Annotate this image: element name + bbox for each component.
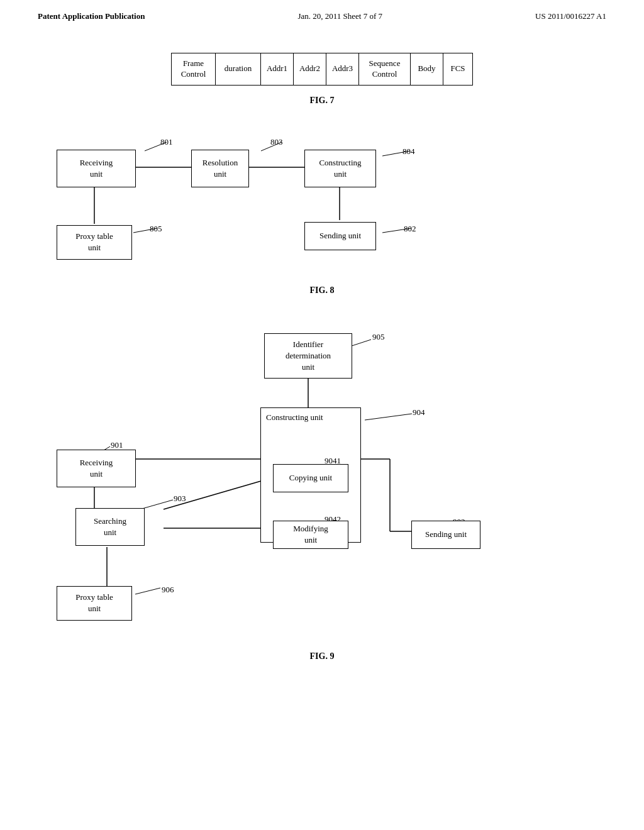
ref-904: 904 (413, 407, 425, 418)
ref-801: 801 (160, 137, 173, 147)
fig8-label: FIG. 8 (38, 285, 606, 296)
ref-802: 802 (404, 224, 416, 234)
fig9-diagram: 905 Identifierdeterminationunit 904 Cons… (38, 314, 606, 648)
header-center: Jan. 20, 2011 Sheet 7 of 7 (297, 11, 382, 21)
modifying-unit: Modifyingunit (273, 521, 348, 549)
fcs-cell: FCS (443, 53, 472, 85)
frame-table: FrameControl duration Addr1 Addr2 Addr3 … (171, 53, 473, 86)
addr1-cell: Addr1 (261, 53, 294, 85)
addr3-cell: Addr3 (326, 53, 359, 85)
ref-905: 905 (372, 332, 385, 342)
receiving-unit-8: Receivingunit (57, 150, 136, 187)
fig7-label: FIG. 7 (310, 96, 335, 106)
ref-901: 901 (111, 440, 123, 450)
ref-805: 805 (150, 224, 162, 234)
receiving-unit-9: Receivingunit (57, 450, 136, 487)
sequence-control-cell: SequenceControl (359, 53, 411, 85)
header-left: Patent Application Publication (38, 11, 145, 21)
main-content: FrameControl duration Addr1 Addr2 Addr3 … (0, 28, 644, 687)
constructing-unit-9-label: Constructing unit (266, 412, 323, 423)
identifier-determination-unit: Identifierdeterminationunit (264, 333, 352, 379)
copying-unit: Copying unit (273, 464, 348, 492)
frame-control-cell: FrameControl (172, 53, 216, 85)
svg-line-29 (135, 588, 160, 594)
constructing-unit-8: Constructingunit (304, 150, 376, 187)
ref-906: 906 (162, 585, 174, 595)
proxy-table-unit-8: Proxy tableunit (57, 225, 132, 260)
fig9-label: FIG. 9 (38, 651, 606, 661)
sending-unit-9: Sending unit (411, 521, 480, 549)
sending-unit-8: Sending unit (304, 222, 376, 250)
searching-unit: Searchingunit (75, 508, 145, 546)
ref-804: 804 (402, 147, 415, 157)
body-cell: Body (411, 53, 443, 85)
header-right: US 2011/0016227 A1 (535, 11, 606, 21)
duration-cell: duration (216, 53, 261, 85)
addr2-cell: Addr2 (294, 53, 326, 85)
svg-line-23 (365, 414, 412, 420)
fig8-diagram: 801 Receivingunit 803 Resolutionunit 804… (38, 112, 606, 282)
ref-903: 903 (174, 494, 186, 504)
page-header: Patent Application Publication Jan. 20, … (0, 0, 644, 28)
ref-803: 803 (270, 137, 283, 147)
fig7-diagram: FrameControl duration Addr1 Addr2 Addr3 … (38, 53, 606, 106)
resolution-unit: Resolutionunit (191, 150, 249, 187)
proxy-table-unit-9: Proxy tableunit (57, 586, 132, 621)
